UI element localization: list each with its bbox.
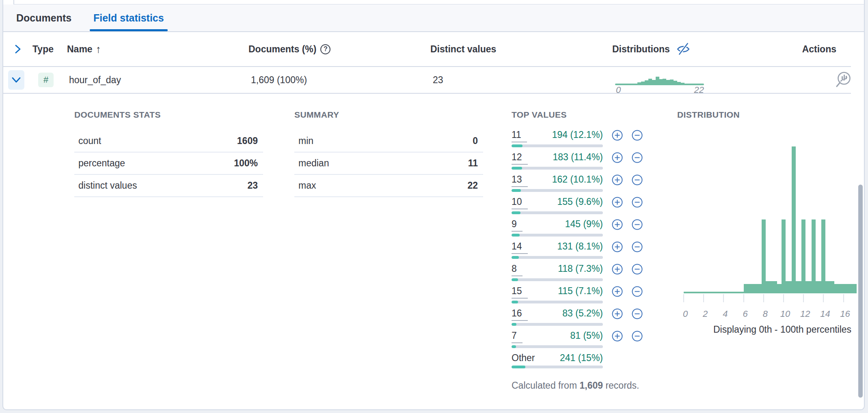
sparkline-bar [652,80,656,84]
top-value-label: 16 [512,308,528,321]
top-values-section: TOP VALUES 11194 (12.1%)12183 (11.4%)131… [512,110,646,393]
column-header-type[interactable]: Type [32,32,54,66]
top-value-progress-fill [512,167,522,170]
top-value-row: 1683 (5.2%) [512,308,646,330]
axis-tick-label: 12 [800,309,810,319]
top-value-progress-bar [512,366,603,368]
axis-tick [783,294,784,302]
top-value-progress-fill [512,144,523,147]
filter-for-value-button[interactable] [612,264,623,275]
sparkline-bar [645,80,648,84]
distribution-section: DISTRIBUTION 0246810121416 Displaying 0t… [677,110,858,120]
top-value-progress-fill [512,256,519,259]
top-value-progress-bar [512,323,603,326]
top-value-row: 781 (5%) [512,330,646,353]
column-header-actions: Actions [802,32,836,66]
column-header-documents-label: Documents (%) [248,44,316,55]
filter-out-value-button[interactable] [632,174,643,185]
filter-out-value-button[interactable] [632,331,643,342]
stat-value: 0 [473,136,478,146]
top-value-progress-fill [512,278,518,281]
top-value-row: 13162 (10.1%) [512,174,646,196]
sparkline-bar [637,82,641,84]
filter-out-value-button[interactable] [632,130,643,141]
expand-all-button[interactable] [11,32,25,66]
top-value-row: 9145 (9%) [512,219,646,241]
axis-tick-label: 14 [820,309,830,319]
explore-field-action-button[interactable] [835,67,852,93]
tab-documents[interactable]: Documents [16,4,71,31]
footer-text: records. [603,380,639,391]
document-explorer-panel: Documents Field statistics Type Name ↑ D… [2,0,865,410]
top-value-count: 81 (5%) [570,330,603,343]
histogram-bar [801,219,805,293]
filter-out-value-button[interactable] [632,264,643,275]
top-values-footer: Calculated from 1,609 records. [512,378,646,393]
footer-record-count: 1,609 [579,380,603,391]
column-header-name[interactable]: Name ↑ [67,32,101,66]
top-value-label: 12 [512,152,528,165]
stat-row: min0 [294,130,483,153]
histogram-bars [684,146,857,293]
active-tab-underline [90,29,168,31]
filter-for-value-button[interactable] [612,241,623,252]
sparkline-bar [670,80,674,84]
top-value-row: 11194 (12.1%) [512,129,646,152]
top-value-count: 162 (10.1%) [552,174,603,187]
axis-tick-label: 8 [763,309,768,319]
axis-tick-label: 6 [743,309,747,319]
top-value-progress-bar [512,234,603,237]
top-value-progress-fill [512,366,525,368]
top-value-progress-fill [512,323,516,326]
field-documents-percent: 1,609 (100%) [251,67,307,93]
top-value-label: 7 [512,330,523,343]
sparkline-bar [674,81,677,84]
top-value-progress-fill [512,345,516,348]
filter-for-value-button[interactable] [612,286,623,297]
collapse-row-button[interactable] [8,70,24,90]
top-values-title: TOP VALUES [512,110,646,120]
filter-for-value-button[interactable] [612,331,623,342]
column-header-documents[interactable]: Documents (%) ? [248,32,330,66]
filter-for-value-button[interactable] [612,308,623,319]
sparkline-bar [656,77,659,84]
top-value-progress-fill [512,234,520,237]
distribution-histogram: 0246810121416 Displaying 0th - 100th per… [684,146,857,293]
summary-table: min0median11max22 [294,130,483,197]
filter-out-value-button[interactable] [632,152,643,163]
documents-stats-title: DOCUMENTS STATS [74,110,263,120]
top-value-count: 145 (9%) [565,219,603,232]
help-icon[interactable]: ? [320,44,330,54]
tab-field-statistics[interactable]: Field statistics [93,4,164,31]
stat-label: percentage [78,158,125,169]
column-header-name-label: Name [67,44,93,55]
field-details-expanded: DOCUMENTS STATS count1609percentage100%d… [3,94,864,406]
filter-out-value-button[interactable] [632,241,643,252]
axis-tick [703,294,704,302]
stat-value: 22 [467,180,478,191]
top-value-label: 10 [512,196,528,209]
filter-out-value-button[interactable] [632,308,643,319]
filter-for-value-button[interactable] [612,152,623,163]
filter-for-value-button[interactable] [612,197,623,208]
top-value-progress-bar [512,144,603,147]
field-row-hour-of-day[interactable]: # hour_of_day 1,609 (100%) 23 0 22 [3,67,851,94]
top-value-progress-bar [512,211,603,214]
filter-for-value-button[interactable] [612,130,623,141]
top-value-progress-fill [512,189,521,192]
column-header-distributions[interactable]: Distributions [612,32,690,66]
stat-value: 1609 [237,136,258,146]
eye-slash-icon[interactable] [676,42,690,56]
histogram-bar [762,219,766,293]
top-value-label: 14 [512,241,528,254]
filter-out-value-button[interactable] [632,197,643,208]
filter-for-value-button[interactable] [612,219,623,230]
top-value-label: 9 [512,219,523,232]
filter-for-value-button[interactable] [612,174,623,185]
sparkline-bar [681,83,684,84]
vertical-scrollbar-thumb[interactable] [858,185,863,398]
column-header-distinct-values[interactable]: Distinct values [430,32,496,66]
stat-label: max [298,180,316,191]
filter-out-value-button[interactable] [632,219,643,230]
filter-out-value-button[interactable] [632,286,643,297]
